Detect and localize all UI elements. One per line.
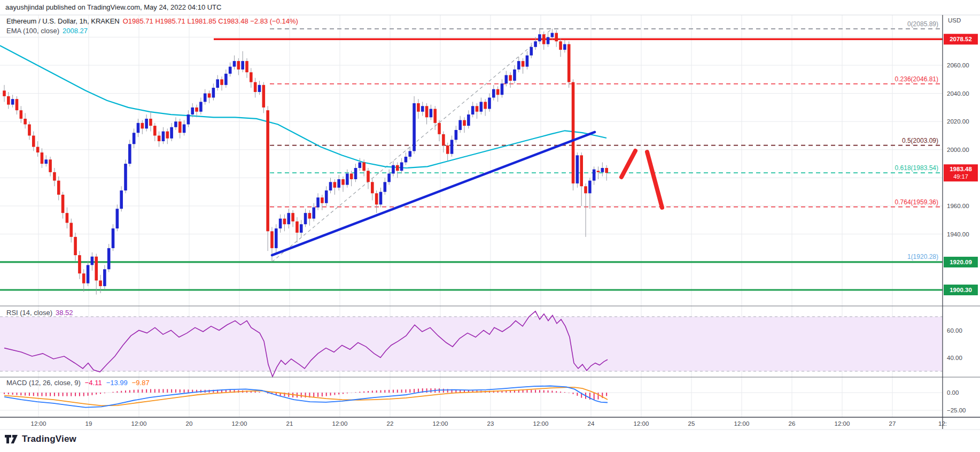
candle [124, 164, 127, 190]
candle [367, 171, 370, 182]
svg-text:1960.00: 1960.00 [947, 203, 969, 209]
svg-text:19: 19 [85, 420, 92, 427]
candle [250, 72, 253, 82]
candle [509, 75, 512, 81]
svg-text:20: 20 [186, 420, 193, 427]
candle [567, 44, 571, 82]
candle [430, 109, 433, 118]
candle [359, 162, 362, 168]
candle [183, 124, 186, 133]
fib-label: 0(2085.89) [907, 20, 938, 28]
candle [187, 114, 190, 124]
svg-text:2000.00: 2000.00 [947, 147, 969, 153]
svg-text:27: 27 [889, 420, 896, 427]
rsi-band [0, 317, 943, 371]
candle [413, 103, 416, 151]
svg-text:12:00: 12:00 [332, 420, 348, 427]
candle [174, 121, 177, 127]
macd-hist-value: −4.11 [85, 379, 102, 387]
candle [312, 208, 315, 219]
candle [375, 193, 378, 204]
svg-text:1940.00: 1940.00 [947, 231, 969, 238]
candle [488, 97, 491, 109]
candle [593, 170, 596, 181]
candle [7, 96, 10, 105]
candle [74, 237, 77, 255]
candle [241, 61, 244, 70]
candle [522, 61, 525, 67]
candle [275, 228, 278, 248]
candle [270, 231, 274, 248]
candle [170, 127, 173, 139]
svg-text:23: 23 [487, 420, 494, 427]
candle [69, 223, 73, 237]
candle [455, 130, 458, 140]
macd-pane [4, 386, 608, 408]
candle [195, 108, 198, 112]
candle [300, 224, 303, 233]
support-resistance-lines [0, 39, 943, 290]
svg-text:12:00: 12:00 [734, 420, 750, 427]
svg-text:24: 24 [588, 420, 595, 427]
candle [396, 165, 399, 171]
ema-legend: EMA (100, close)2008.27 [6, 27, 88, 35]
fib-labels: 0(2085.89)0.236(2046.81)0.5(2003.09)0.61… [895, 20, 938, 261]
candle [103, 269, 106, 286]
svg-text:2078.52: 2078.52 [950, 36, 972, 42]
candle [204, 94, 207, 102]
ohlc-values: O1985.71 H1985.71 L1981.85 C1983.48 −2.8… [123, 17, 298, 25]
candle [212, 88, 215, 97]
candle [542, 34, 546, 44]
tradingview-logo[interactable]: TradingView [4, 433, 76, 445]
svg-text:2060.00: 2060.00 [947, 62, 969, 68]
rsi-legend: RSI (14, close)38.52 [6, 309, 73, 317]
candle [321, 197, 324, 203]
rsi-legend-name: RSI (14, close) [6, 309, 52, 317]
macd-legend: MACD (12, 26, close, 9)−4.11−13.99−9.87 [6, 379, 150, 387]
candle [584, 186, 587, 193]
candle [82, 273, 85, 283]
svg-text:USD: USD [948, 17, 961, 24]
candle [220, 79, 223, 85]
candle [346, 174, 349, 185]
symbol-legend: Ethereum / U.S. Dollar, 1h, KRAKENO1985.… [6, 17, 298, 25]
svg-text:12:00: 12:00 [533, 420, 549, 427]
candle [580, 155, 583, 186]
rsi-legend-value: 38.52 [56, 309, 73, 317]
candle [605, 168, 608, 173]
svg-text:12:00: 12:00 [835, 420, 850, 427]
candle [559, 41, 562, 50]
candle [87, 265, 90, 283]
svg-text:49:17: 49:17 [953, 173, 968, 180]
macd-legend-name: MACD (12, 26, close, 9) [6, 379, 81, 387]
candle [476, 106, 479, 112]
svg-text:22: 22 [387, 420, 394, 427]
candle [484, 102, 487, 109]
candle [563, 44, 566, 50]
candle [145, 119, 148, 128]
candle [417, 103, 420, 112]
candle [379, 192, 383, 205]
candle [216, 79, 219, 88]
svg-text:40.00: 40.00 [947, 355, 962, 361]
arrow-down [647, 152, 662, 208]
tradingview-published-chart: USD2060.002040.002020.002000.001960.0019… [0, 0, 980, 452]
fib-label: 0.618(1983.54) [895, 164, 938, 172]
candle [66, 213, 69, 223]
candle [178, 121, 182, 133]
candle [266, 110, 269, 231]
candle [400, 162, 403, 171]
candle [153, 126, 157, 135]
symbol-title: Ethereum / U.S. Dollar, 1h, KRAKEN [6, 17, 120, 25]
candle [304, 213, 307, 224]
candle [91, 257, 94, 265]
candle [601, 168, 604, 172]
candle [116, 209, 119, 228]
candle [350, 174, 353, 180]
candle [513, 70, 516, 81]
macd-signal-value: −9.87 [132, 379, 150, 387]
candle [128, 144, 131, 164]
candle [325, 190, 328, 203]
svg-text:12:00: 12:00 [31, 420, 46, 427]
candle [588, 181, 592, 194]
